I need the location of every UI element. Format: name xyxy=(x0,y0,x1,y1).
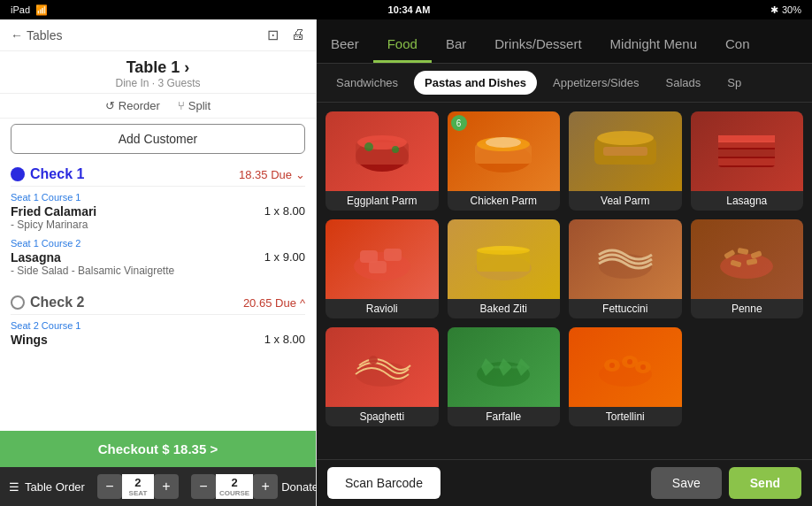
course-display: 2 COURSE xyxy=(216,474,253,499)
penne-image xyxy=(691,219,804,299)
svg-rect-16 xyxy=(718,135,775,142)
fettuccini-image xyxy=(569,219,682,299)
food-item-tortellini[interactable]: Tortellini xyxy=(569,327,682,426)
seat-decrease-button[interactable]: − xyxy=(97,474,122,499)
svg-point-4 xyxy=(392,146,399,153)
bottom-toolbar: ☰ Table Order − 2 SEAT + − 2 CO xyxy=(0,467,316,506)
food-item-ravioli[interactable]: Ravioli xyxy=(326,219,439,318)
save-button[interactable]: Save xyxy=(651,467,722,499)
split-label: Split xyxy=(188,99,211,112)
item-details: Lasagna - Side Salad - Balsamic Vinaigre… xyxy=(11,250,174,277)
food-item-fettuccini[interactable]: Fettuccini xyxy=(569,219,682,318)
course-value: 2 xyxy=(231,476,237,489)
svg-rect-19 xyxy=(384,249,402,261)
status-left: iPad 📶 xyxy=(11,4,48,16)
check-1-due: 18.35 Due xyxy=(239,168,292,181)
seat-increase-button[interactable]: + xyxy=(154,474,179,499)
seat-value: 2 xyxy=(134,476,141,489)
back-arrow-icon: ← xyxy=(11,28,23,42)
checkout-button[interactable]: Checkout $ 18.35 > xyxy=(0,431,316,467)
sub-nav-sp[interactable]: Sp xyxy=(716,71,752,95)
course-counter: − 2 COURSE + xyxy=(191,474,278,499)
bottom-action-bar: Scan Barcode Save Send xyxy=(317,459,812,506)
nav-item-midnight[interactable]: Midnight Menu xyxy=(596,27,711,63)
bluetooth-icon: ✱ xyxy=(770,4,778,16)
food-item-eggplant-parm[interactable]: Eggplant Parm xyxy=(326,111,439,211)
status-right: ✱ 30% xyxy=(770,4,801,16)
food-item-chicken-parm[interactable]: 6 Chicken Parm xyxy=(448,111,561,211)
seat-display: 2 SEAT xyxy=(122,474,154,499)
sub-nav-pastas[interactable]: Pastas and Dishes xyxy=(414,71,537,95)
add-customer-button[interactable]: Add Customer xyxy=(11,124,305,154)
hamburger-icon: ☰ xyxy=(9,480,19,494)
course-label: COURSE xyxy=(219,489,249,497)
food-grid: Eggplant Parm 6 Chicken Parm xyxy=(317,103,812,459)
scan-barcode-button[interactable]: Scan Barcode xyxy=(327,467,440,499)
food-item-baked-ziti[interactable]: Baked Ziti xyxy=(448,219,561,318)
check-1-header: Check 1 18.35 Due ⌄ xyxy=(11,159,305,187)
food-item-penne[interactable]: Penne xyxy=(691,219,804,318)
sub-nav-sandwiches[interactable]: Sandwiches xyxy=(326,71,409,95)
svg-point-23 xyxy=(477,246,530,255)
spaghetti-name: Spaghetti xyxy=(326,407,439,426)
back-label: Tables xyxy=(27,28,62,42)
svg-point-3 xyxy=(364,142,373,151)
svg-rect-14 xyxy=(718,150,775,157)
svg-rect-15 xyxy=(718,158,775,165)
chicken-parm-badge: 6 xyxy=(451,115,467,131)
svg-rect-18 xyxy=(360,250,378,263)
seat-counter: − 2 SEAT + xyxy=(97,474,179,499)
check-2-amount: 20.65 Due ^ xyxy=(243,296,305,310)
nav-item-food[interactable]: Food xyxy=(373,27,432,63)
nav-item-con[interactable]: Con xyxy=(711,27,764,63)
nav-item-bar[interactable]: Bar xyxy=(432,27,480,63)
sub-nav: Sandwiches Pastas and Dishes Appetizers/… xyxy=(317,64,812,103)
food-item-farfalle[interactable]: Farfalle xyxy=(448,327,561,426)
receipt-icon[interactable]: ⊡ xyxy=(267,27,279,43)
penne-name: Penne xyxy=(691,299,804,318)
svg-point-8 xyxy=(486,137,521,148)
food-item-spaghetti[interactable]: Spaghetti xyxy=(326,327,439,426)
reorder-button[interactable]: ↺ Reorder xyxy=(105,99,160,112)
action-row: ↺ Reorder ⑂ Split xyxy=(0,94,316,119)
veal-parm-name: Veal Parm xyxy=(569,191,682,211)
tortellini-name: Tortellini xyxy=(569,407,682,426)
back-button[interactable]: ← Tables xyxy=(11,28,62,42)
eggplant-parm-image xyxy=(326,111,439,191)
food-item-lasagna[interactable]: Lasagna xyxy=(691,111,804,211)
nav-item-beer[interactable]: Beer xyxy=(317,27,373,63)
split-icon: ⑂ xyxy=(178,99,185,112)
send-button[interactable]: Send xyxy=(729,467,801,499)
status-bar: iPad 📶 10:34 AM ✱ 30% xyxy=(0,0,812,19)
fettuccini-name: Fettuccini xyxy=(569,299,682,318)
table-order-button[interactable]: ☰ Table Order xyxy=(9,480,85,494)
print-icon[interactable]: 🖨 xyxy=(291,27,305,43)
check-2-course-1-label: Seat 2 Course 1 xyxy=(11,320,305,331)
split-button[interactable]: ⑂ Split xyxy=(178,99,211,112)
food-item-veal-parm[interactable]: Veal Parm xyxy=(569,111,682,211)
svg-rect-11 xyxy=(603,147,647,156)
seat-label: SEAT xyxy=(129,489,148,497)
ravioli-image xyxy=(326,219,439,299)
table-order-label: Table Order xyxy=(25,480,85,494)
lasagna-image xyxy=(691,111,804,191)
device-label: iPad xyxy=(11,4,30,15)
item-price: 1 x 8.00 xyxy=(264,204,305,218)
check-2-item-1: Wings 1 x 8.00 xyxy=(11,331,305,349)
check-2-title: Check 2 xyxy=(11,295,84,310)
item-name: Fried Calamari xyxy=(11,204,96,218)
sub-nav-salads[interactable]: Salads xyxy=(655,71,712,95)
course-decrease-button[interactable]: − xyxy=(191,474,216,499)
baked-ziti-name: Baked Ziti xyxy=(448,299,561,318)
check-1-item-1: Fried Calamari - Spicy Marinara 1 x 8.00 xyxy=(11,203,305,233)
sub-nav-appetizers[interactable]: Appetizers/Sides xyxy=(542,71,650,95)
check-2-header: Check 2 20.65 Due ^ xyxy=(11,288,305,315)
course-increase-button[interactable]: + xyxy=(253,474,278,499)
top-nav: Beer Food Bar Drinks/Dessert Midnight Me… xyxy=(317,19,812,64)
chicken-parm-name: Chicken Parm xyxy=(448,191,561,211)
item-mod: - Spicy Marinara xyxy=(11,218,96,231)
tortellini-image xyxy=(569,327,682,407)
check-2-chevron: ^ xyxy=(300,296,305,310)
nav-item-drinks[interactable]: Drinks/Dessert xyxy=(480,27,595,63)
action-buttons: Save Send xyxy=(651,467,801,499)
